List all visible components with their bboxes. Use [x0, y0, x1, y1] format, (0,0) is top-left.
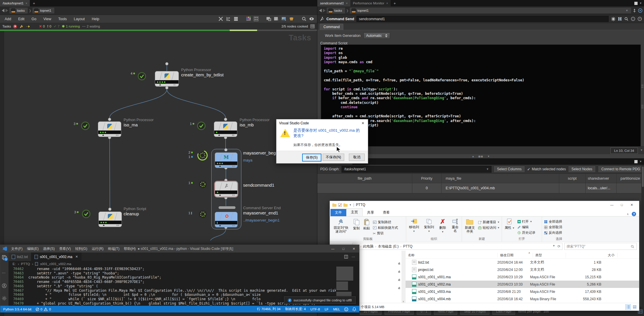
connect-remote-pdg-button[interactable]: Connect to Remote PDG	[598, 166, 644, 173]
new-folder-button[interactable]: 新建文件夹	[463, 217, 477, 235]
new-tab-button[interactable]: +	[391, 0, 399, 6]
scrollbar[interactable]	[641, 165, 644, 308]
table-header-partitionsize[interactable]: partitionsize	[617, 174, 644, 183]
shape-palette-icon[interactable]	[254, 16, 259, 21]
close-icon[interactable]: ×	[386, 2, 388, 5]
pdg-graph-select[interactable]: /tasks/topnet1▼	[342, 166, 491, 173]
table-header-maya_file[interactable]: maya_file	[442, 174, 559, 183]
table-row[interactable]: 0E:\PTTQ\s001_c001_v004.mblocals...uler/…	[317, 183, 644, 193]
copy-to-button[interactable]: 复制到 ▼	[422, 217, 435, 234]
paste-shortcut-button[interactable]: 粘贴快捷方式	[372, 225, 399, 230]
breadcrumbs[interactable]: E:› PTTQ› s001_c001_v002.ma	[8, 261, 359, 267]
more-actions-icon[interactable]: ⋯	[352, 255, 355, 259]
edit-button[interactable]: 编辑	[517, 225, 536, 230]
scrollbar[interactable]: ∨	[401, 251, 405, 303]
table-header-Priority[interactable]: Priority	[412, 174, 442, 183]
cook-output-icon[interactable]	[26, 24, 30, 28]
node-create-item-by-txtlist[interactable]	[155, 71, 179, 87]
resize-grip-icon[interactable]	[641, 84, 643, 88]
open-button[interactable]: M打开 ▼	[517, 219, 536, 224]
tab-list2-txt[interactable]: list2.txt	[8, 253, 31, 261]
node-iso-ma[interactable]	[98, 121, 121, 137]
search-icon[interactable]	[624, 17, 629, 21]
notes-icon[interactable]	[274, 16, 279, 21]
status-item[interactable]: MEL	[333, 308, 340, 311]
menu-view[interactable]: View	[43, 17, 51, 21]
select-none-button[interactable]: 全部取消	[543, 225, 575, 230]
forward-icon[interactable]	[323, 9, 326, 12]
address-field[interactable]: › 此电脑 › 本地磁盘 (E:) › PTTQ ▼ ⟳	[352, 243, 562, 250]
dialog-titlebar[interactable]: Visual Studio Code ✕	[276, 119, 368, 127]
maximize-button[interactable]: □	[338, 245, 349, 253]
stepper-icons[interactable]	[385, 34, 387, 37]
status-item[interactable]: 制表符长度: 4	[285, 307, 306, 311]
cancel-cooks-icon[interactable]: ✕	[13, 25, 17, 28]
tree-view-icon[interactable]	[226, 16, 231, 21]
tab-s001-c001-v002-ma[interactable]: s001_c001_v002.ma ✕	[31, 253, 82, 261]
breadcrumb-topnet1[interactable]: topnet1	[32, 8, 54, 13]
account-icon[interactable]	[2, 283, 7, 288]
status-item[interactable]: UTF-8	[310, 308, 320, 311]
pin-quick-access-button[interactable]: 固定到"快速访问"	[331, 217, 351, 235]
python-version[interactable]: Python 3.5.4 64-bit	[3, 308, 32, 311]
delete-button[interactable]: ✗ 删除 ▼	[437, 217, 448, 235]
status-item[interactable]: LF	[325, 308, 328, 311]
gear-icon[interactable]	[611, 17, 616, 21]
minimize-button[interactable]: —	[607, 202, 617, 208]
visibility-eye-icon[interactable]	[309, 16, 314, 21]
pane-type-label[interactable]: Tasks	[2, 25, 11, 28]
forward-icon[interactable]	[6, 9, 8, 12]
column-type[interactable]: 类型	[533, 253, 566, 257]
close-button[interactable]: ✕	[358, 119, 368, 127]
dirty-cook-icon[interactable]	[19, 24, 23, 28]
menu-item[interactable]: 运行(R)	[92, 246, 104, 251]
explorer-titlebar[interactable]: ▼ | PTTQ — □ ✕	[330, 201, 639, 209]
menu-item[interactable]: 查看(V)	[59, 246, 71, 251]
menu-edit[interactable]: Edit	[18, 17, 25, 21]
menu-add[interactable]: Add	[5, 17, 11, 21]
file-row[interactable]: s001_c001_v003.ma2020/6/8 21:20Maya ASCI…	[406, 288, 639, 295]
table-header-file_path[interactable]: file_path	[317, 174, 412, 183]
new-folder-icon[interactable]	[343, 203, 348, 207]
list-view-icon[interactable]	[233, 16, 238, 21]
invert-selection-button[interactable]: 反向选择	[543, 230, 575, 235]
back-icon[interactable]	[2, 9, 4, 12]
menu-item[interactable]: 选择(S)	[43, 246, 55, 251]
maximize-button[interactable]: □	[617, 202, 627, 208]
status-item[interactable]: 行 70466, 列 34	[257, 307, 281, 311]
work-item-generation-select[interactable]: Automatic	[363, 32, 390, 39]
breadcrumb-tasks[interactable]: tasks	[327, 8, 345, 13]
properties-check-icon[interactable]	[338, 203, 342, 207]
crumb-drive-e[interactable]: 本地磁盘 (E:)	[378, 244, 399, 249]
file-row[interactable]: s001_c001_v001.ma2020/6/23 10:29Maya ASC…	[406, 273, 639, 281]
resize-grip-icon[interactable]	[641, 105, 643, 109]
select-nodes-button[interactable]: Select Nodes	[568, 166, 596, 173]
move-to-button[interactable]: 移动到 ▼	[407, 217, 420, 234]
rename-button[interactable]: 重命名	[450, 217, 461, 234]
node-cleanup[interactable]	[98, 212, 122, 227]
easy-access-button[interactable]: 轻松访问 ▼	[477, 225, 501, 230]
breadcrumb-topnet1[interactable]: topnet1▼	[350, 8, 631, 13]
node-iso-mb[interactable]	[214, 121, 237, 137]
notifications-bell-icon[interactable]	[352, 307, 356, 311]
tab-file[interactable]: 文件	[330, 209, 346, 216]
properties-button[interactable]: 属性 ▼	[503, 217, 516, 231]
menu-item[interactable]: 转到(G)	[75, 246, 87, 251]
table-header-sharedserver[interactable]: sharedserver	[586, 174, 617, 183]
file-row[interactable]: project.txt2020/6/24 12:00文本文档28 KB	[406, 266, 639, 273]
pane-menu-icon[interactable]: ▼	[639, 2, 642, 5]
tab-home[interactable]: 主页	[346, 208, 363, 216]
breadcrumb-tasks[interactable]: tasks	[9, 8, 28, 13]
problems-indicator[interactable]: 0 0	[36, 308, 51, 311]
tab-sendcommand1[interactable]: sendcommand1×	[317, 0, 350, 6]
color-palette-icon[interactable]	[246, 16, 251, 21]
menu-item[interactable]: 帮助(H)	[124, 246, 136, 251]
houdini-logo-icon[interactable]: H	[618, 17, 622, 21]
panel-split-icon[interactable]	[266, 16, 271, 21]
pin-icon[interactable]	[632, 8, 637, 13]
node-sendcommand1[interactable]	[215, 181, 238, 197]
close-button[interactable]: ✕	[627, 202, 637, 208]
background-image-icon[interactable]: +	[281, 16, 286, 21]
search-input[interactable]: 搜索"PTTQ"	[564, 243, 637, 250]
close-icon[interactable]: ✕	[75, 255, 78, 259]
